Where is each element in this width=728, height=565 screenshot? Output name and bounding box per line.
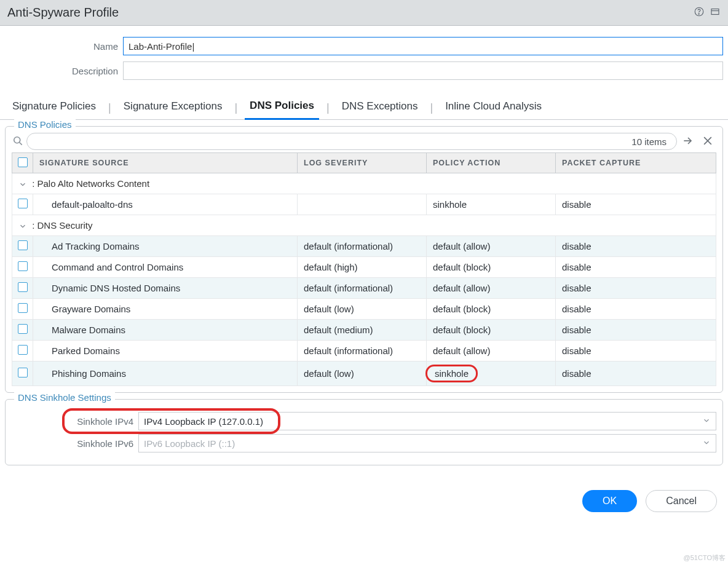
cell-policy-action: default (allow) — [427, 236, 556, 257]
table-row[interactable]: Ad Tracking Domainsdefault (informationa… — [12, 236, 716, 257]
tab-separator: | — [319, 101, 337, 114]
search-icon[interactable] — [12, 135, 24, 149]
dns-sinkhole-legend: DNS Sinkhole Settings — [14, 392, 115, 403]
cell-log-severity: default (low) — [298, 362, 427, 386]
tab-dns-exceptions[interactable]: DNS Exceptions — [337, 97, 423, 119]
row-checkbox[interactable] — [18, 324, 28, 334]
cell-signature-source: Dynamic DNS Hosted Domains — [33, 278, 298, 299]
cell-packet-capture: disable — [556, 299, 716, 320]
cell-signature-source: Ad Tracking Domains — [33, 236, 298, 257]
sinkhole-ipv4-label: Sinkhole IPv4 — [12, 416, 138, 427]
table-row[interactable]: Phishing Domainsdefault (low)sinkholedis… — [12, 362, 716, 386]
dns-policies-legend: DNS Policies — [14, 119, 76, 130]
row-checkbox[interactable] — [18, 261, 28, 271]
description-label: Description — [5, 66, 123, 76]
search-input[interactable]: 10 items — [26, 133, 677, 150]
dns-policies-table: SIGNATURE SOURCE LOG SEVERITY POLICY ACT… — [12, 152, 716, 386]
cell-packet-capture: disable — [556, 341, 716, 362]
sinkhole-ipv6-select[interactable]: IPv6 Loopback IP (::1) — [138, 434, 716, 452]
cell-signature-source: Command and Control Domains — [33, 257, 298, 278]
anti-spyware-profile-dialog: Anti-Spyware Profile Name Description Si… — [0, 0, 728, 523]
tab-separator: | — [227, 101, 245, 114]
cell-packet-capture: disable — [556, 362, 716, 386]
row-checkbox[interactable] — [18, 303, 28, 313]
cell-packet-capture: disable — [556, 320, 716, 341]
row-checkbox[interactable] — [18, 199, 28, 208]
dns-sinkhole-fieldset: DNS Sinkhole Settings Sinkhole IPv4 IPv4… — [5, 399, 723, 465]
dialog-footer: OK Cancel — [0, 472, 728, 523]
chevron-down-icon — [702, 416, 711, 427]
sinkhole-ipv4-value: IPv4 Loopback IP (127.0.0.1) — [144, 416, 263, 427]
table-row[interactable]: Grayware Domainsdefault (low)default (bl… — [12, 299, 716, 320]
sinkhole-ipv6-value: IPv6 Loopback IP (::1) — [144, 438, 235, 449]
col-packet-capture[interactable]: PACKET CAPTURE — [556, 153, 716, 173]
col-policy-action[interactable]: POLICY ACTION — [427, 153, 556, 173]
dns-policies-fieldset: DNS Policies 10 items — [5, 126, 723, 393]
cell-log-severity: default (high) — [298, 257, 427, 278]
svg-point-1 — [698, 14, 699, 14]
svg-line-5 — [20, 142, 22, 144]
tab-signature-exceptions[interactable]: Signature Exceptions — [119, 97, 228, 119]
description-field[interactable] — [123, 61, 723, 80]
cell-packet-capture: disable — [556, 278, 716, 299]
titlebar-controls — [694, 6, 721, 19]
col-signature-source[interactable]: SIGNATURE SOURCE — [33, 153, 298, 173]
window-mode-icon[interactable] — [710, 6, 721, 19]
table-row[interactable]: default-paloalto-dnssinkholedisable — [12, 194, 716, 215]
table-group-row[interactable]: : DNS Security — [12, 215, 716, 236]
row-checkbox[interactable] — [18, 345, 28, 355]
chevron-down-icon — [702, 438, 711, 449]
sinkhole-ipv6-row: Sinkhole IPv6 IPv6 Loopback IP (::1) — [12, 434, 716, 452]
svg-rect-2 — [711, 9, 719, 15]
sinkhole-ipv4-select[interactable]: IPv4 Loopback IP (127.0.0.1) — [138, 412, 716, 430]
cell-log-severity: default (low) — [298, 299, 427, 320]
cell-log-severity: default (medium) — [298, 320, 427, 341]
row-checkbox[interactable] — [18, 282, 28, 292]
cell-policy-action: default (allow) — [427, 341, 556, 362]
name-field[interactable] — [123, 37, 723, 55]
item-count-label: 10 items — [631, 136, 667, 147]
tab-strip: Signature Policies|Signature Exceptions|… — [0, 91, 728, 120]
cell-log-severity — [298, 194, 427, 215]
tab-signature-policies[interactable]: Signature Policies — [7, 97, 101, 119]
table-group-row[interactable]: : Palo Alto Networks Content — [12, 173, 716, 194]
cell-log-severity: default (informational) — [298, 278, 427, 299]
svg-point-4 — [14, 136, 20, 143]
chevron-down-icon — [18, 222, 27, 231]
cell-policy-action: default (block) — [427, 257, 556, 278]
ok-button[interactable]: OK — [582, 490, 637, 512]
cell-signature-source: Malware Domains — [33, 320, 298, 341]
cell-policy-action: default (block) — [427, 299, 556, 320]
table-row[interactable]: Malware Domainsdefault (medium)default (… — [12, 320, 716, 341]
sinkhole-ipv4-row: Sinkhole IPv4 IPv4 Loopback IP (127.0.0.… — [12, 412, 716, 430]
tab-dns-policies[interactable]: DNS Policies — [245, 96, 319, 120]
row-checkbox[interactable] — [18, 368, 28, 377]
name-label: Name — [5, 41, 123, 52]
chevron-down-icon — [18, 180, 27, 189]
cell-signature-source: default-paloalto-dns — [33, 194, 298, 215]
select-all-cell[interactable] — [12, 153, 33, 173]
cancel-button[interactable]: Cancel — [646, 490, 717, 512]
cell-policy-action: default (allow) — [427, 278, 556, 299]
table-row[interactable]: Command and Control Domainsdefault (high… — [12, 257, 716, 278]
arrow-right-icon[interactable] — [679, 135, 697, 149]
description-row: Description — [5, 61, 723, 80]
name-row: Name — [5, 37, 723, 55]
close-icon[interactable] — [699, 135, 716, 149]
cell-log-severity: default (informational) — [298, 236, 427, 257]
table-row[interactable]: Parked Domainsdefault (informational)def… — [12, 341, 716, 362]
sinkhole-ipv6-label: Sinkhole IPv6 — [12, 438, 138, 449]
cell-packet-capture: disable — [556, 194, 716, 215]
row-checkbox[interactable] — [18, 240, 28, 250]
cell-policy-action: sinkhole — [427, 362, 556, 386]
cell-signature-source: Grayware Domains — [33, 299, 298, 320]
col-log-severity[interactable]: LOG SEVERITY — [298, 153, 427, 173]
cell-packet-capture: disable — [556, 236, 716, 257]
help-icon[interactable] — [694, 6, 705, 19]
tab-separator: | — [101, 101, 119, 114]
table-row[interactable]: Dynamic DNS Hosted Domainsdefault (infor… — [12, 278, 716, 299]
cell-policy-action: sinkhole — [427, 194, 556, 215]
dialog-title: Anti-Spyware Profile — [7, 6, 119, 20]
select-all-checkbox[interactable] — [18, 157, 28, 167]
tab-inline-cloud-analysis[interactable]: Inline Cloud Analysis — [440, 97, 547, 119]
